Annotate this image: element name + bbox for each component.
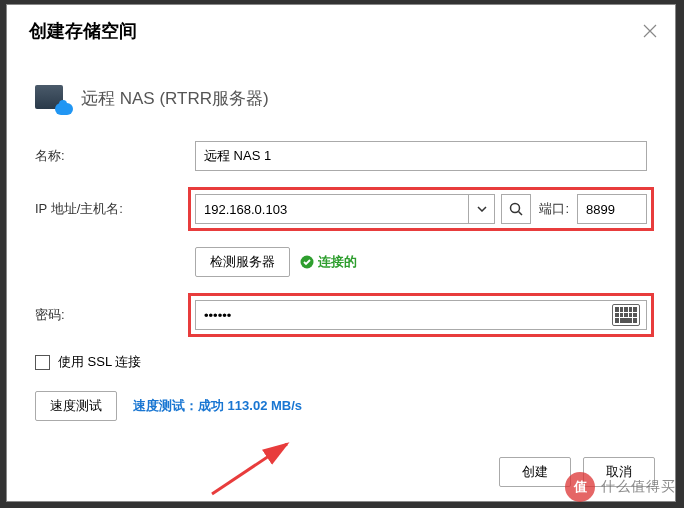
row-detect: 检测服务器 连接的: [195, 247, 647, 277]
nas-icon: [35, 83, 71, 113]
search-icon: [509, 202, 523, 216]
ip-combo: [195, 194, 495, 224]
dialog-header: 创建存储空间: [7, 5, 675, 53]
password-label: 密码:: [35, 306, 195, 324]
row-ssl: 使用 SSL 连接: [35, 353, 647, 371]
close-icon[interactable]: [643, 24, 657, 38]
row-speedtest: 速度测试 速度测试：成功 113.02 MB/s: [35, 391, 647, 421]
password-input[interactable]: [196, 301, 612, 329]
port-label: 端口:: [537, 200, 571, 218]
dialog-content: 远程 NAS (RTRR服务器) 名称: IP 地址/主机名:: [7, 53, 675, 421]
keyboard-icon[interactable]: [612, 304, 640, 326]
status-text: 连接的: [318, 253, 357, 271]
name-input[interactable]: [195, 141, 647, 171]
name-label: 名称:: [35, 147, 195, 165]
row-ip: IP 地址/主机名: 端口:: [35, 187, 647, 231]
cancel-button[interactable]: 取消: [583, 457, 655, 487]
password-highlight: [188, 293, 654, 337]
ssl-label: 使用 SSL 连接: [58, 353, 141, 371]
detect-server-button[interactable]: 检测服务器: [195, 247, 290, 277]
check-circle-icon: [300, 255, 314, 269]
create-button[interactable]: 创建: [499, 457, 571, 487]
dialog-title: 创建存储空间: [29, 19, 137, 43]
annotation-arrow-icon: [202, 439, 312, 499]
ssl-checkbox[interactable]: [35, 355, 50, 370]
ip-row-highlight: 端口:: [188, 187, 654, 231]
row-password: 密码:: [35, 293, 647, 337]
dialog-footer: 创建 取消: [499, 457, 655, 487]
chevron-down-icon[interactable]: [468, 195, 494, 223]
svg-line-3: [212, 444, 287, 494]
svg-line-1: [519, 212, 523, 216]
create-storage-dialog: 创建存储空间 远程 NAS (RTRR服务器) 名称: IP 地址/主机名:: [6, 4, 676, 502]
port-input[interactable]: [577, 194, 647, 224]
search-button[interactable]: [501, 194, 531, 224]
section-title: 远程 NAS (RTRR服务器): [81, 87, 269, 110]
speed-test-result: 速度测试：成功 113.02 MB/s: [133, 397, 302, 415]
speed-test-button[interactable]: 速度测试: [35, 391, 117, 421]
ip-label: IP 地址/主机名:: [35, 200, 195, 218]
row-name: 名称:: [35, 141, 647, 171]
ip-input[interactable]: [196, 195, 468, 223]
connection-status: 连接的: [300, 253, 357, 271]
svg-point-0: [511, 204, 520, 213]
section-header: 远程 NAS (RTRR服务器): [35, 83, 647, 113]
